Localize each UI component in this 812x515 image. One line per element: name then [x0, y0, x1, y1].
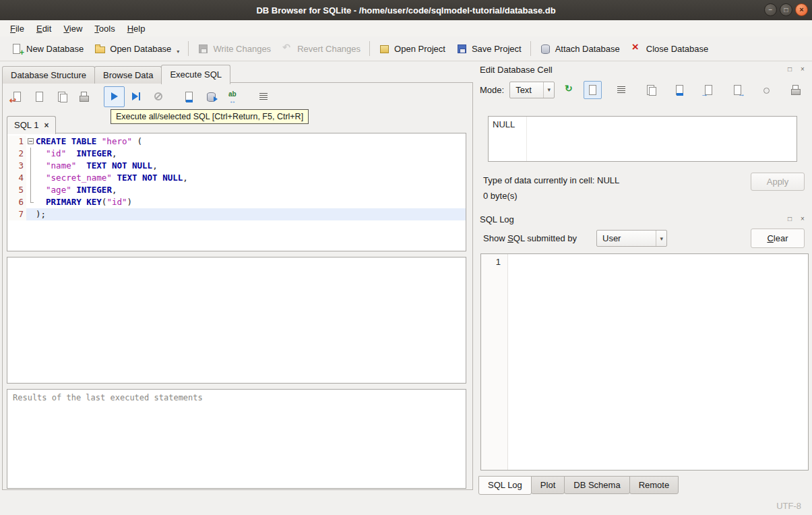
- copy-icon: [645, 84, 656, 96]
- clear-button[interactable]: Clear: [751, 229, 805, 248]
- code-text: );: [36, 208, 466, 220]
- set-null-button[interactable]: [757, 81, 776, 99]
- code-text: PRIMARY KEY("id"): [36, 196, 466, 208]
- edit-cell-dock-header: Edit Database Cell □ ×: [475, 62, 807, 77]
- edit-cell-title: Edit Database Cell: [480, 65, 782, 75]
- code-text: CREATE TABLE "hero" (: [36, 135, 466, 148]
- fold-marker[interactable]: [26, 135, 36, 148]
- code-text: "secret_name" TEXT NOT NULL,: [36, 172, 466, 184]
- format-sql-button[interactable]: [253, 86, 274, 107]
- window-close-button[interactable]: ×: [795, 3, 808, 16]
- export-results-button[interactable]: [179, 86, 199, 107]
- menu-file[interactable]: File: [4, 22, 30, 36]
- word-wrap-icon: [616, 84, 627, 96]
- open-project-icon: [379, 43, 390, 55]
- edit-cell-toolbar-right: [584, 81, 805, 99]
- execute-current-line-button[interactable]: [126, 86, 147, 107]
- revert-changes-icon: [282, 43, 293, 55]
- splitter-handle[interactable]: [7, 384, 466, 389]
- save-sql-file-as-button[interactable]: [51, 86, 72, 107]
- menu-view[interactable]: View: [57, 22, 88, 36]
- copy-button[interactable]: [642, 81, 660, 99]
- export-to-file-button[interactable]: [728, 81, 747, 99]
- bottom-tab-db-schema[interactable]: DB Schema: [564, 476, 629, 494]
- sql-log-filter-label: Show SQL submitted by: [483, 233, 577, 243]
- cell-mode-select[interactable]: Text ▾: [509, 82, 555, 98]
- tab-browse-data[interactable]: Browse Data: [94, 66, 162, 84]
- cell-editor[interactable]: NULL: [488, 116, 797, 162]
- code-text: "id" INTEGER,: [36, 148, 466, 160]
- paste-button[interactable]: [670, 81, 689, 99]
- print-icon: [78, 91, 90, 102]
- text-mode-button[interactable]: [584, 81, 602, 99]
- toolbar-separator: [369, 41, 370, 56]
- close-database-button[interactable]: Close Database: [625, 40, 714, 57]
- menu-tools[interactable]: Tools: [88, 22, 121, 36]
- write-changes-icon: [197, 43, 209, 55]
- attach-database-button[interactable]: Attach Database: [534, 40, 625, 57]
- toolbar-separator: [96, 96, 102, 97]
- sql-log-filter-select[interactable]: User ▾: [596, 230, 667, 247]
- find-replace-button[interactable]: [223, 86, 244, 107]
- sql-file-tab[interactable]: SQL 1×: [7, 116, 56, 134]
- bottom-tab-sql-log[interactable]: SQL Log: [478, 476, 532, 495]
- auto-switch-mode-icon: [563, 84, 575, 96]
- save-results-button[interactable]: [201, 86, 222, 107]
- dropdown-arrow-icon: ▾: [177, 49, 179, 55]
- toolbar-separator: [245, 96, 252, 97]
- write-changes-button: Write Changes: [192, 40, 276, 57]
- sql-log-view[interactable]: 1: [480, 253, 809, 471]
- close-tab-icon[interactable]: ×: [44, 121, 49, 129]
- sql-log-filter-value: User: [602, 233, 648, 243]
- line-number: 3: [7, 160, 26, 172]
- toolbar-separator: [530, 41, 531, 56]
- print-icon: [790, 84, 801, 96]
- export-to-file-icon: [732, 84, 743, 96]
- open-database-button[interactable]: Open Database▾: [89, 40, 185, 57]
- close-panel-icon[interactable]: ×: [798, 214, 807, 224]
- execute-current-line-icon: [131, 91, 142, 102]
- window-minimize-button[interactable]: −: [764, 3, 777, 16]
- apply-button[interactable]: Apply: [751, 173, 805, 191]
- open-sql-file-button[interactable]: [7, 86, 28, 107]
- encoding-indicator: UTF-8: [776, 501, 801, 511]
- clear-label-mnemonic: C: [767, 233, 773, 243]
- new-database-icon: [11, 43, 22, 55]
- toolbar-button-label: Attach Database: [555, 44, 620, 54]
- splitter-handle[interactable]: [7, 251, 466, 257]
- toolbar-button-label: Close Database: [646, 44, 709, 54]
- filter-label-suffix: QL submitted by: [513, 233, 577, 243]
- bottom-tab-plot[interactable]: Plot: [531, 476, 565, 494]
- sql-editor[interactable]: 1CREATE TABLE "hero" (2 "id" INTEGER,3 "…: [7, 133, 466, 251]
- menubar: FileEditViewToolsHelp: [0, 20, 812, 36]
- window-maximize-button[interactable]: □: [780, 3, 792, 16]
- open-project-button[interactable]: Open Project: [373, 40, 451, 57]
- execute-all-button[interactable]: [104, 86, 125, 107]
- sql-toolbar: [7, 86, 274, 107]
- sql-file-tab-label: SQL 1: [14, 120, 38, 130]
- menu-help[interactable]: Help: [121, 22, 152, 36]
- save-sql-file-button[interactable]: [29, 86, 50, 107]
- tab-database-structure[interactable]: Database Structure: [2, 66, 95, 84]
- print-button[interactable]: [73, 86, 94, 107]
- menu-edit[interactable]: Edit: [30, 22, 57, 36]
- float-panel-icon[interactable]: □: [785, 65, 794, 74]
- chevron-down-icon: ▾: [543, 82, 554, 98]
- auto-switch-mode-button[interactable]: [560, 81, 578, 99]
- revert-changes-button: Revert Changes: [276, 40, 366, 57]
- tab-execute-sql[interactable]: Execute SQL: [161, 65, 230, 84]
- statusbar: UTF-8: [0, 496, 812, 515]
- editor-line: 7);: [7, 208, 466, 220]
- save-project-button[interactable]: Save Project: [451, 40, 527, 57]
- main-toolbar: New DatabaseOpen Database▾Write ChangesR…: [0, 36, 812, 61]
- word-wrap-button[interactable]: [613, 81, 631, 99]
- stop-icon: [153, 91, 164, 102]
- close-panel-icon[interactable]: ×: [798, 65, 807, 74]
- toolbar-button-label: Save Project: [472, 44, 522, 54]
- float-panel-icon[interactable]: □: [785, 214, 794, 224]
- new-database-button[interactable]: New Database: [5, 40, 89, 57]
- import-from-file-button[interactable]: [699, 81, 718, 99]
- editor-line: 4 "secret_name" TEXT NOT NULL,: [7, 172, 466, 184]
- print-button[interactable]: [786, 81, 805, 99]
- bottom-tab-remote[interactable]: Remote: [629, 476, 679, 494]
